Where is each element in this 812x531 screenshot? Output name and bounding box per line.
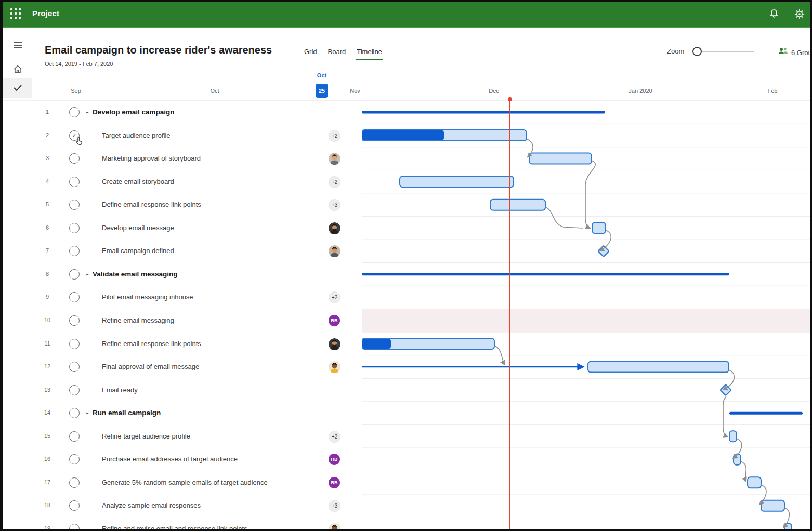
nav-menu-icon[interactable] bbox=[3, 35, 32, 55]
gantt-summary-bar-task-14[interactable] bbox=[729, 412, 803, 415]
assignee-chip: RB bbox=[329, 315, 340, 326]
task-row-13[interactable]: 13Email ready bbox=[3, 379, 362, 402]
task-number: 19 bbox=[41, 525, 54, 529]
task-number: 17 bbox=[41, 479, 54, 485]
group-by-label[interactable]: 6 Group bbox=[791, 49, 810, 57]
notifications-bell-icon[interactable] bbox=[768, 8, 780, 20]
task-complete-checkbox[interactable] bbox=[69, 524, 80, 529]
task-complete-checkbox[interactable] bbox=[69, 362, 80, 372]
tab-timeline[interactable]: Timeline bbox=[357, 48, 382, 60]
task-row-6[interactable]: 6Develop email message bbox=[3, 217, 362, 240]
task-complete-checkbox[interactable] bbox=[69, 107, 80, 117]
task-row-5[interactable]: 5Define email response link points+3 bbox=[3, 193, 362, 217]
screenshot-frame: Project Email campaign to increase rider… bbox=[0, 0, 812, 531]
assignee-chip: +2 bbox=[329, 176, 340, 188]
task-name: Define email response link points bbox=[102, 201, 201, 208]
group-by-people-icon bbox=[777, 46, 789, 57]
task-complete-checkbox[interactable] bbox=[69, 431, 80, 442]
assignee-count-badge: +2 bbox=[329, 291, 340, 303]
assignee-photo-avatar bbox=[329, 338, 340, 350]
zoom-slider-handle[interactable] bbox=[692, 47, 702, 56]
assignee-chip bbox=[329, 361, 340, 375]
app-launcher-icon[interactable] bbox=[10, 8, 22, 20]
task-row-16[interactable]: 16Purchase email addresses of target aud… bbox=[3, 448, 362, 471]
zoom-slider-track[interactable] bbox=[698, 51, 754, 52]
task-row-8[interactable]: 8⌄Validate email messaging bbox=[3, 263, 362, 286]
task-row-7[interactable]: 7Email campaign defined bbox=[3, 240, 362, 263]
today-date-badge[interactable]: 25 bbox=[316, 84, 328, 98]
tab-grid[interactable]: Grid bbox=[304, 48, 317, 60]
task-row-19[interactable]: 19Refine and revise email and response l… bbox=[3, 517, 362, 529]
task-number: 12 bbox=[41, 363, 54, 369]
task-complete-checkbox[interactable] bbox=[69, 223, 80, 233]
gantt-summary-bar-task-8[interactable] bbox=[362, 273, 729, 275]
task-name: Email campaign defined bbox=[102, 247, 174, 255]
task-number: 13 bbox=[41, 387, 54, 393]
task-complete-checkbox[interactable] bbox=[69, 477, 80, 488]
task-row-10[interactable]: 10Refine email messagingRB bbox=[3, 309, 362, 333]
chevron-down-icon[interactable]: ⌄ bbox=[85, 108, 90, 115]
task-number: 1 bbox=[41, 109, 54, 115]
task-row-12[interactable]: 12Final approval of email message bbox=[3, 355, 362, 379]
assignee-count-badge: +2 bbox=[329, 431, 340, 443]
task-row-3[interactable]: 3Marketing approval of storyboard bbox=[3, 147, 362, 170]
month-label: Nov bbox=[350, 88, 360, 94]
task-row-1[interactable]: 1⌄Develop email campaign bbox=[3, 101, 362, 124]
assignee-chip bbox=[329, 153, 340, 167]
task-complete-checkbox[interactable] bbox=[69, 292, 80, 302]
gantt-milestone-task-7[interactable] bbox=[598, 246, 609, 257]
task-name: Develop email campaign bbox=[93, 108, 175, 116]
task-complete-checkbox[interactable] bbox=[69, 177, 80, 187]
task-complete-checkbox[interactable] bbox=[69, 385, 80, 395]
task-row-18[interactable]: 18Analyze sample email responses+3 bbox=[3, 494, 362, 517]
assignee-photo-avatar bbox=[329, 523, 340, 529]
task-complete-checkbox[interactable] bbox=[69, 315, 80, 326]
task-complete-checkbox[interactable] bbox=[69, 500, 80, 511]
assignee-initials-avatar: RB bbox=[329, 315, 340, 326]
month-label: Dec bbox=[489, 88, 499, 94]
task-name: Generate 5% random sample emails of targ… bbox=[102, 479, 268, 486]
tab-board[interactable]: Board bbox=[328, 48, 346, 60]
task-number: 15 bbox=[41, 433, 54, 439]
task-row-2[interactable]: 2✓Target audience profile+2 bbox=[3, 124, 362, 148]
chevron-down-icon[interactable]: ⌄ bbox=[85, 270, 90, 277]
task-row-17[interactable]: 17Generate 5% random sample emails of ta… bbox=[3, 471, 362, 495]
gantt-summary-bar-task-1[interactable] bbox=[362, 111, 605, 114]
task-row-4[interactable]: 4Create email storyboard+2 bbox=[3, 170, 362, 194]
nav-home-icon[interactable] bbox=[3, 59, 32, 79]
dependency-connector bbox=[585, 161, 595, 228]
task-name: Develop email message bbox=[102, 224, 174, 232]
task-row-15[interactable]: 15Refine target audience profile+2 bbox=[3, 425, 362, 448]
task-complete-checkbox[interactable] bbox=[69, 339, 80, 349]
assignee-chip: +2 bbox=[329, 130, 340, 142]
assignee-chip: RB bbox=[329, 454, 340, 465]
task-number: 8 bbox=[41, 271, 54, 277]
settings-gear-icon[interactable] bbox=[793, 8, 806, 20]
task-complete-checkbox[interactable] bbox=[69, 153, 80, 164]
task-name: Refine and revise email and response lin… bbox=[102, 525, 247, 529]
chevron-down-icon[interactable]: ⌄ bbox=[85, 408, 90, 416]
month-label: Oct bbox=[210, 88, 219, 94]
task-row-11[interactable]: 11Refine email response link points bbox=[3, 333, 362, 356]
month-label: Jan 2020 bbox=[628, 88, 652, 94]
task-row-9[interactable]: 9Pilot email messaging inhouse+2 bbox=[3, 286, 362, 309]
task-complete-checkbox[interactable] bbox=[69, 454, 80, 464]
task-complete-checkbox[interactable] bbox=[69, 408, 80, 418]
task-list-panel: 1⌄Develop email campaign2✓Target audienc… bbox=[3, 101, 362, 529]
task-name: Analyze sample email responses bbox=[102, 501, 201, 509]
task-row-14[interactable]: 14⌄Run email campaign bbox=[3, 402, 362, 425]
assignee-photo-avatar bbox=[329, 245, 340, 257]
assignee-chip: +2 bbox=[329, 291, 340, 303]
task-name: Marketing approval of storyboard bbox=[102, 154, 201, 162]
task-complete-checkbox[interactable] bbox=[69, 246, 80, 256]
task-number: 6 bbox=[41, 224, 54, 231]
task-number: 9 bbox=[41, 294, 54, 300]
top-app-bar: Project bbox=[3, 2, 810, 28]
nav-tasks-check-icon[interactable] bbox=[3, 78, 32, 98]
task-complete-checkbox[interactable] bbox=[69, 200, 80, 210]
assignee-chip: +3 bbox=[329, 199, 340, 211]
task-name: Email ready bbox=[102, 386, 138, 394]
task-number: 5 bbox=[41, 201, 54, 207]
assignee-chip bbox=[329, 523, 340, 529]
task-complete-checkbox[interactable] bbox=[69, 269, 80, 280]
